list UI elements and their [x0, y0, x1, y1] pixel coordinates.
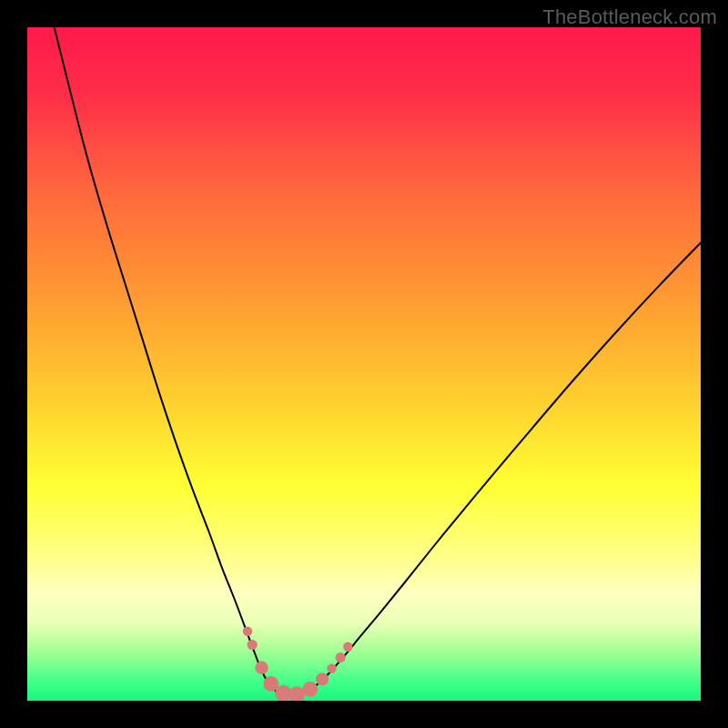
watermark-text: TheBottleneck.com	[542, 5, 717, 29]
marker-point-6	[302, 682, 318, 697]
marker-point-1	[248, 640, 258, 650]
marker-point-0	[243, 627, 252, 636]
series-right-curve	[290, 243, 701, 697]
plot-area	[27, 27, 701, 701]
marker-point-7	[316, 672, 329, 685]
curve-layer	[27, 27, 701, 701]
marker-point-2	[255, 662, 268, 674]
marker-point-8	[327, 663, 336, 672]
marker-point-5	[288, 686, 305, 701]
marker-point-9	[336, 652, 346, 662]
series-left-curve	[55, 27, 290, 697]
marker-point-10	[343, 642, 352, 652]
chart-frame: TheBottleneck.com	[0, 0, 728, 728]
